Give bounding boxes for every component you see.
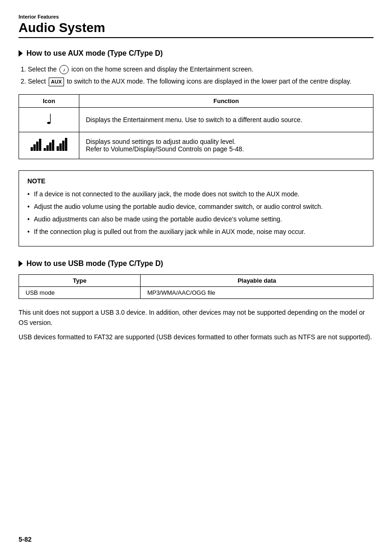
step2-after: to switch to the AUX mode. The following…	[67, 78, 351, 85]
icon-function-table: Icon Function ♩ Displays the Entertainme…	[19, 94, 373, 159]
usb-col-type: Type	[19, 274, 141, 286]
usb-type-cell: USB mode	[19, 286, 141, 298]
usb-section-heading: How to use USB mode (Type C/Type D)	[19, 259, 373, 268]
aux-steps-list: Select the ♪ icon on the home screen and…	[28, 64, 373, 87]
sound-bars-icon	[31, 137, 67, 151]
note-bullet-4: If the connection plug is pulled out fro…	[27, 227, 365, 237]
sound-bars-cell	[19, 132, 79, 159]
col-header-function: Function	[79, 94, 373, 107]
title-divider	[19, 37, 373, 38]
music-note-function: Displays the Entertainment menu. Use to …	[79, 107, 373, 132]
note-bullet-3: Audio adjustments can also be made using…	[27, 214, 365, 224]
note-bullet-2: Adjust the audio volume using the portab…	[27, 202, 365, 212]
page-title: Audio System	[19, 20, 373, 35]
music-note-icon: ♩	[46, 111, 52, 127]
music-circle-icon: ♪	[59, 65, 69, 74]
step1-after: icon on the home screen and display the …	[71, 65, 253, 73]
sound-bars-function: Displays sound settings to adjust audio …	[79, 132, 373, 159]
usb-description-2: USB devices formatted to FAT32 are suppo…	[19, 332, 373, 342]
step2-before: Select	[28, 78, 46, 85]
usb-description-1: This unit does not support a USB 3.0 dev…	[19, 307, 373, 328]
col-header-icon: Icon	[19, 94, 79, 107]
note-label: NOTE	[27, 177, 365, 185]
usb-col-data: Playable data	[141, 274, 373, 286]
triangle-icon-usb	[19, 260, 23, 267]
usb-data-cell: MP3/WMA/AAC/OGG file	[141, 286, 373, 298]
table-row: ♩ Displays the Entertainment menu. Use t…	[19, 107, 373, 132]
note-box: NOTE If a device is not connected to the…	[19, 170, 373, 246]
triangle-icon	[19, 50, 23, 57]
note-bullets-list: If a device is not connected to the auxi…	[27, 189, 365, 237]
music-note-cell: ♩	[19, 107, 79, 132]
step-2: Select AUX to switch to the AUX mode. Th…	[28, 76, 373, 86]
aux-section-heading: How to use AUX mode (Type C/Type D)	[19, 49, 373, 58]
page-number: 5-82	[19, 536, 32, 543]
usb-table: Type Playable data USB mode MP3/WMA/AAC/…	[19, 274, 373, 299]
section-label: Interior Features	[19, 14, 373, 19]
step1-before: Select the	[28, 65, 57, 73]
table-row: Displays sound settings to adjust audio …	[19, 132, 373, 159]
note-bullet-1: If a device is not connected to the auxi…	[27, 189, 365, 199]
aux-badge: AUX	[49, 78, 64, 87]
step-1: Select the ♪ icon on the home screen and…	[28, 64, 373, 74]
usb-table-row: USB mode MP3/WMA/AAC/OGG file	[19, 286, 373, 298]
